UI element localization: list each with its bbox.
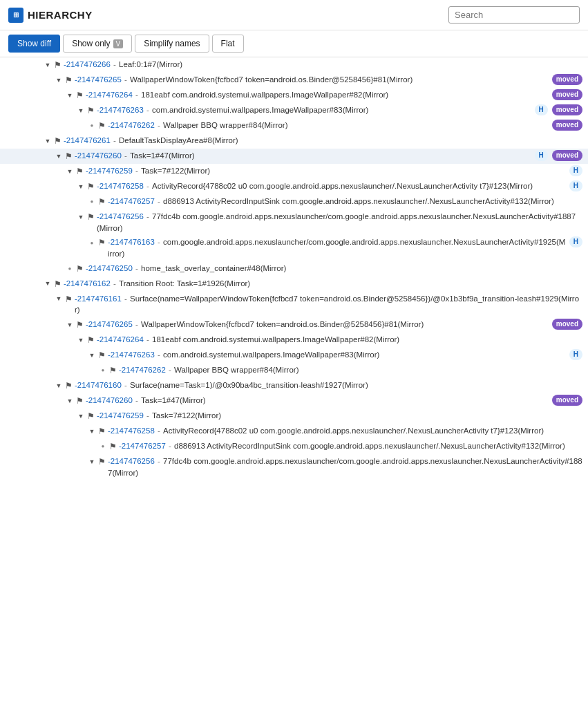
row-content: ●⚑-2147476262 - Wallpaper BBQ wrapper#84…	[98, 364, 588, 377]
moved-badge: moved	[552, 150, 582, 161]
toggle-btn[interactable]: ●	[98, 366, 108, 375]
row-content: ▼⚑-2147476265 - WallpaperWindowToken{fcf…	[65, 319, 588, 331]
node-text: -2147476257 - d886913 ActivityRecordInpu…	[108, 196, 582, 207]
toggle-btn[interactable]: ▼	[76, 411, 86, 421]
toggle-btn[interactable]: ●	[98, 442, 108, 451]
tree-row[interactable]: ●⚑-2147476257 - d886913 ActivityRecordIn…	[0, 194, 588, 209]
show-only-label: Show only	[72, 39, 110, 48]
node-desc: WallpaperWindowToken{fcfbcd7 token=andro…	[130, 75, 412, 84]
tree-row[interactable]: ▼⚑-2147476263 - com.android.systemui.wal…	[0, 348, 588, 363]
node-id: -2147476250	[86, 264, 133, 272]
tree-row[interactable]: ●⚑-2147476262 - Wallpaper BBQ wrapper#84…	[0, 118, 588, 133]
toggle-btn[interactable]: ▼	[87, 350, 97, 360]
toggle-btn[interactable]: ▼	[76, 212, 86, 222]
h-badge: H	[569, 180, 582, 191]
node-icon: ⚑	[76, 395, 84, 407]
node-desc: Task=1#47(Mirror)	[141, 396, 206, 404]
tree-row[interactable]: ▼⚑-2147476260 - Task=1#47(Mirror)Hmoved	[0, 149, 588, 164]
simplify-names-button[interactable]: Simplify names	[135, 35, 209, 53]
tree-row[interactable]: ▼⚑-2147476160 - Surface(name=Task=1)/@0x…	[0, 378, 588, 393]
toggle-btn[interactable]: ▼	[43, 279, 53, 289]
toggle-btn[interactable]: ▼	[65, 167, 75, 176]
toggle-btn[interactable]: ●	[65, 264, 75, 274]
toggle-btn[interactable]: ▼	[43, 136, 53, 146]
toggle-btn[interactable]: ▼	[54, 381, 64, 391]
node-desc: 77fdc4b com.google.android.apps.nexuslau…	[108, 457, 582, 477]
node-id: -2147476162	[64, 279, 111, 288]
toggle-btn[interactable]: ▼	[87, 457, 97, 467]
tree-row[interactable]: ▼⚑-2147476256 - 77fdc4b com.google.andro…	[0, 454, 588, 480]
tree-row[interactable]: ▼⚑-2147476259 - Task=7#122(Mirror)H	[0, 164, 588, 179]
toggle-btn[interactable]: ▼	[76, 106, 86, 115]
node-desc: home_task_overlay_container#48(Mirror)	[141, 264, 286, 272]
tree-row[interactable]: ▼⚑-2147476161 - Surface(name=WallpaperWi…	[0, 292, 588, 317]
tree-row[interactable]: ▼⚑-2147476162 - Transition Root: Task=1#…	[0, 276, 588, 292]
tree-row[interactable]: ▼⚑-2147476263 - com.android.systemui.wal…	[0, 103, 588, 118]
node-desc: ActivityRecord{4788c02 u0 com.google.and…	[163, 427, 544, 435]
node-desc: Task=7#122(Mirror)	[152, 411, 221, 420]
tree-row[interactable]: ●⚑-2147476262 - Wallpaper BBQ wrapper#84…	[0, 363, 588, 378]
tree-row[interactable]: ▼⚑-2147476261 - DefaultTaskDisplayArea#8…	[0, 133, 588, 149]
toggle-btn[interactable]: ●	[87, 197, 97, 207]
tree-row[interactable]: ▼⚑-2147476266 - Leaf:0:1#7(Mirror)	[0, 57, 588, 73]
toggle-btn[interactable]: ▼	[54, 151, 64, 161]
node-id: -2147476257	[108, 197, 155, 205]
node-id: -2147476163	[108, 238, 155, 246]
toggle-btn[interactable]: ▼	[65, 396, 75, 406]
node-id: -2147476259	[86, 167, 133, 175]
toggle-btn[interactable]: ●	[87, 121, 97, 131]
tree-row[interactable]: ▼⚑-2147476259 - Task=7#122(Mirror)	[0, 409, 588, 424]
tree-row[interactable]: ▼⚑-2147476258 - ActivityRecord{4788c02 u…	[0, 424, 588, 439]
toggle-btn[interactable]: ▼	[76, 182, 86, 191]
tree-row[interactable]: ▼⚑-2147476258 - ActivityRecord{4788c02 u…	[0, 179, 588, 194]
tree-container[interactable]: ▼⚑-2147476266 - Leaf:0:1#7(Mirror)▼⚑-214…	[0, 57, 588, 701]
node-desc: WallpaperWindowToken{fcfbcd7 token=andro…	[141, 320, 424, 328]
node-icon: ⚑	[76, 166, 84, 178]
h-badge: H	[569, 165, 582, 176]
moved-badge: moved	[552, 104, 582, 115]
toggle-btn[interactable]: ▼	[43, 60, 53, 70]
tree-row[interactable]: ▼⚑-2147476265 - WallpaperWindowToken{fcf…	[0, 73, 588, 88]
tree-row[interactable]: ▼⚑-2147476264 - 181eabf com.android.syst…	[0, 88, 588, 103]
node-desc: Task=1#47(Mirror)	[130, 151, 195, 160]
row-content: ●⚑-2147476250 - home_task_overlay_contai…	[65, 263, 588, 275]
node-text: -2147476264 - 181eabf com.android.system…	[97, 334, 582, 346]
row-content: ▼⚑-2147476161 - Surface(name=WallpaperWi…	[54, 293, 588, 316]
flat-button[interactable]: Flat	[212, 35, 244, 53]
row-content: ▼⚑-2147476160 - Surface(name=Task=1)/@0x…	[54, 379, 588, 392]
toggle-btn[interactable]: ▼	[65, 91, 75, 100]
row-content: ▼⚑-2147476263 - com.android.systemui.wal…	[76, 104, 588, 117]
node-id: -2147476258	[108, 427, 155, 435]
tree-row[interactable]: ▼⚑-2147476256 - 77fdc4b com.google.andro…	[0, 209, 588, 235]
row-content: ●⚑-2147476257 - d886913 ActivityRecordIn…	[87, 196, 588, 208]
tree-row[interactable]: ●⚑-2147476163 - com.google.android.apps.…	[0, 235, 588, 261]
toggle-btn[interactable]: ▼	[54, 294, 64, 304]
tree-row[interactable]: ●⚑-2147476257 - d886913 ActivityRecordIn…	[0, 439, 588, 454]
node-id: -2147476263	[97, 106, 144, 114]
toggle-btn[interactable]: ▼	[54, 75, 64, 85]
tree-row[interactable]: ▼⚑-2147476264 - 181eabf com.android.syst…	[0, 332, 588, 348]
node-desc: Surface(name=Task=1)/@0x90ba4bc_transiti…	[130, 381, 368, 389]
node-icon: ⚑	[98, 196, 106, 208]
toggle-btn[interactable]: ▼	[87, 427, 97, 436]
toggle-btn[interactable]: ●	[87, 238, 97, 247]
node-text: -2147476265 - WallpaperWindowToken{fcfbc…	[86, 319, 548, 330]
node-text: -2147476259 - Task=7#122(Mirror)	[86, 165, 567, 177]
node-id: -2147476261	[64, 136, 111, 144]
app-header: ⊞ HIERARCHY	[0, 0, 588, 30]
tree-row[interactable]: ●⚑-2147476250 - home_task_overlay_contai…	[0, 261, 588, 276]
search-input[interactable]	[448, 6, 580, 24]
logo-symbol: ⊞	[13, 11, 19, 19]
show-only-button[interactable]: Show only V	[63, 35, 132, 53]
node-text: -2147476263 - com.android.systemui.wallp…	[108, 349, 567, 361]
node-id: -2147476264	[86, 91, 133, 99]
tree-row[interactable]: ▼⚑-2147476265 - WallpaperWindowToken{fcf…	[0, 317, 588, 332]
show-diff-button[interactable]: Show diff	[8, 35, 60, 53]
tree-row[interactable]: ▼⚑-2147476260 - Task=1#47(Mirror)moved	[0, 393, 588, 409]
h-badge: H	[535, 150, 548, 161]
toggle-btn[interactable]: ▼	[65, 320, 75, 330]
row-content: ▼⚑-2147476258 - ActivityRecord{4788c02 u…	[87, 425, 588, 438]
node-desc: Transition Root: Task=1#1926(Mirror)	[119, 279, 250, 288]
toggle-btn[interactable]: ▼	[76, 335, 86, 345]
node-desc: 181eabf com.android.systemui.wallpapers.…	[141, 91, 388, 99]
